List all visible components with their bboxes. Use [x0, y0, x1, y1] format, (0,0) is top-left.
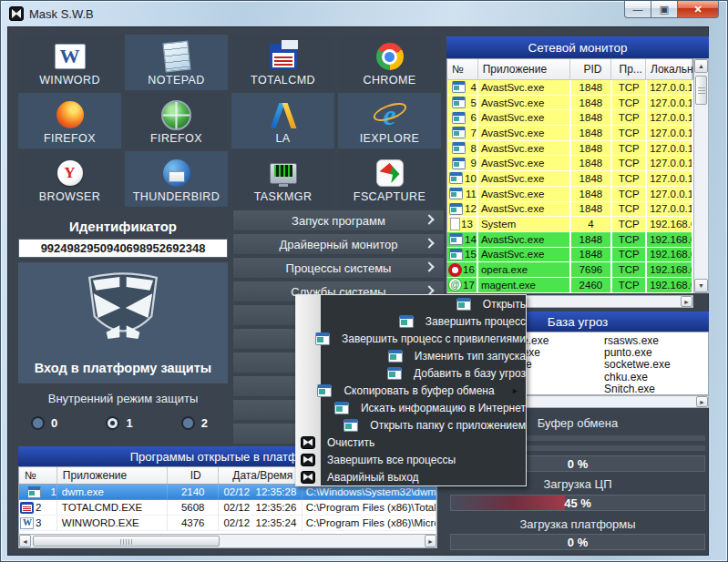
row-application: WINWORD.EXE — [57, 516, 168, 531]
row-number: 4 — [470, 82, 476, 93]
network-row[interactable]: 13 System 4 TCP 192.168.0 — [447, 217, 693, 232]
row-application: dwm.exe — [57, 485, 168, 500]
network-row[interactable]: 11 AvastSvc.exe 1848 TCP 127.0.0.1 — [447, 187, 693, 202]
menu-button[interactable]: Драйверный монитор — [232, 233, 445, 255]
mode-radio[interactable] — [106, 416, 119, 430]
scroll-right-arrow[interactable]: ► — [696, 396, 708, 407]
scroll-down-arrow[interactable]: ▼ — [694, 279, 708, 292]
app-tile[interactable]: LA — [231, 93, 334, 148]
row-datetime: 02/12 12:35:26 — [219, 500, 302, 516]
scroll-left-arrow[interactable]: ◄ — [19, 535, 31, 547]
chevron-right-icon — [424, 261, 434, 271]
context-menu-item[interactable]: Скопировать в буфер обмена ► — [296, 382, 526, 399]
app-icon — [266, 99, 301, 130]
threat-name: Snitch.exe — [604, 383, 708, 395]
app-tile[interactable]: TOTALCMD — [231, 35, 334, 90]
process-icon — [449, 249, 463, 261]
network-row[interactable]: 15 AvastSvc.exe 1848 TCP 192.168.0 — [447, 248, 693, 263]
app-tile[interactable]: FIREFOX — [125, 93, 228, 148]
row-pid: 1848 — [571, 96, 613, 111]
network-column-headers: № Приложение PID Пр... Локальнь — [446, 58, 693, 80]
mode-radio[interactable] — [31, 416, 45, 430]
app-tile[interactable]: FSCAPTURE — [338, 151, 441, 207]
mode-option[interactable]: 0 — [31, 416, 57, 430]
scroll-right-arrow[interactable]: ► — [425, 535, 436, 547]
network-row[interactable]: 12 AvastSvc.exe 1848 TCP 127.0.0.1 — [447, 202, 693, 218]
platform-login-button[interactable]: Вход в платформу защиты — [18, 262, 228, 383]
network-row[interactable]: 10 AvastSvc.exe 1848 TCP 127.0.0.1 — [447, 171, 693, 187]
network-row[interactable]: 5 AvastSvc.exe 1848 TCP 127.0.0.1 — [447, 96, 693, 111]
col-application: Приложение — [478, 59, 570, 79]
menu-item-label: Скопировать в буфер обмена — [343, 384, 494, 397]
row-protocol: TCP — [612, 278, 647, 293]
network-row[interactable]: 7 AvastSvc.exe 1848 TCP 127.0.0.1 — [447, 126, 693, 141]
chevron-right-icon — [424, 238, 434, 248]
menu-button[interactable]: Процессы системы — [232, 257, 445, 279]
row-application: AvastSvc.exe — [478, 110, 571, 126]
network-row[interactable]: 4 AvastSvc.exe 1848 TCP 127.0.0.1 — [447, 80, 693, 96]
context-menu-item[interactable]: Завершить все процессы ► — [296, 451, 526, 468]
program-row[interactable]: 3 WINWORD.EXE 4376 02/12 12:35:24 C:\Pro… — [19, 516, 436, 531]
app-tile[interactable]: FIREFOX — [18, 93, 121, 148]
network-row[interactable]: 6 AvastSvc.exe 1848 TCP 127.0.0.1 — [447, 110, 693, 126]
app-tile[interactable]: NOTEPAD — [125, 35, 228, 90]
network-row[interactable]: 9 AvastSvc.exe 1848 TCP 127.0.0.1 — [447, 156, 693, 171]
scroll-right-arrow[interactable]: ► — [681, 296, 692, 307]
app-tile[interactable]: WINWORD — [18, 35, 121, 90]
process-icon — [449, 188, 463, 199]
context-menu-item[interactable]: Завершить процесс ► — [296, 312, 526, 330]
app-icon — [373, 41, 407, 72]
network-table: 4 AvastSvc.exe 1848 TCP 127.0.0.1 5 Avas… — [446, 80, 693, 293]
close-button[interactable]: ✕ — [677, 1, 719, 18]
maximize-button[interactable]: ▣ — [651, 1, 677, 18]
menu-item-icon — [317, 384, 332, 397]
row-application: AvastSvc.exe — [478, 126, 571, 141]
context-menu-item[interactable]: Добавить в базу угроз ► — [296, 364, 526, 382]
program-row[interactable]: 1 dwm.exe 2140 02/12 12:35:28 C:\Windows… — [19, 485, 436, 500]
minimize-button[interactable]: — — [624, 1, 651, 18]
context-menu-item[interactable]: Очистить ► — [296, 434, 526, 451]
app-tile[interactable]: TASKMGR — [231, 151, 334, 207]
context-menu-item[interactable]: Завершить процесс с привилегиями ► — [296, 330, 526, 347]
row-local-address: 192.168.0 — [647, 217, 693, 232]
app-tile[interactable]: CHROME — [338, 35, 441, 90]
mode-radio[interactable] — [181, 416, 195, 430]
context-menu-item[interactable]: Изменить тип запуска ► — [296, 347, 526, 364]
app-tile[interactable]: THUNDERBIRD — [125, 151, 228, 207]
scroll-thumb[interactable] — [695, 76, 707, 105]
mode-option[interactable]: 2 — [181, 416, 208, 430]
mode-option[interactable]: 1 — [106, 416, 132, 430]
row-protocol: TCP — [612, 217, 647, 232]
identifier-input[interactable] — [18, 239, 228, 258]
app-tile-label: BROWSER — [39, 190, 100, 203]
row-pid: 1848 — [571, 80, 613, 96]
process-icon — [452, 142, 466, 154]
progress-fill — [451, 496, 565, 510]
program-row[interactable]: 2 TOTALCMD.EXE 5608 02/12 12:35:26 C:\Pr… — [19, 500, 436, 516]
context-menu-item[interactable]: Открыть ► — [296, 295, 526, 312]
scroll-up-arrow[interactable]: ▲ — [694, 59, 708, 73]
network-row[interactable]: 8 AvastSvc.exe 1848 TCP 127.0.0.1 — [447, 141, 693, 157]
network-vertical-scrollbar[interactable]: ▲ ▼ — [693, 58, 709, 293]
context-menu: Открыть ► Завершить процесс ► Завершить … — [295, 294, 527, 486]
row-pid: 1848 — [571, 126, 613, 141]
programs-horizontal-scrollbar[interactable]: ◄ ► — [18, 534, 437, 548]
threat-name: chku.exe — [604, 372, 708, 383]
network-row[interactable]: 14 AvastSvc.exe 1848 TCP 192.168.0 — [447, 232, 693, 248]
network-row[interactable]: 17 magent.exe 2460 TCP 192.168.0 — [447, 278, 693, 293]
menu-button[interactable]: Запуск программ — [232, 209, 445, 231]
scroll-thumb[interactable] — [33, 536, 220, 547]
app-tile[interactable]: BROWSER — [18, 151, 121, 207]
context-menu-item[interactable]: Аварийный выход ► — [296, 468, 526, 485]
row-local-address: 127.0.0.1 — [647, 156, 693, 171]
network-row[interactable]: 16 opera.exe 7696 TCP 192.168.0 — [447, 262, 693, 278]
context-menu-item[interactable]: Открыть папку с приложением ► — [296, 416, 526, 434]
app-tile[interactable]: IEXPLORE — [338, 93, 441, 148]
menu-item-icon — [456, 298, 471, 311]
menu-button-label: Запуск программ — [292, 214, 385, 228]
window-title: Mask S.W.B — [29, 7, 94, 21]
row-local-address: 127.0.0.1 — [647, 141, 693, 157]
network-monitor-header: Сетевой монитор — [446, 36, 709, 58]
row-id: 4376 — [168, 516, 219, 531]
context-menu-item[interactable]: Искать информацию в Интернет ► — [296, 399, 526, 416]
